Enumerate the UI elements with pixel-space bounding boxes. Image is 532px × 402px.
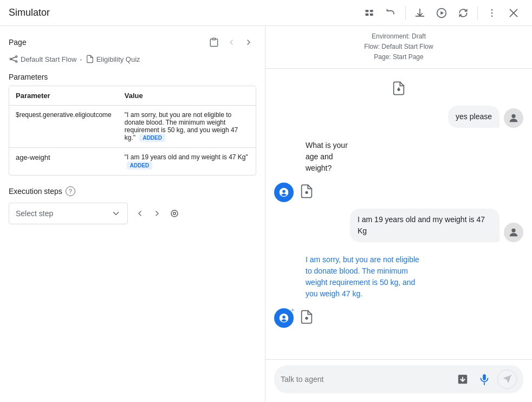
help-icon[interactable]: ? <box>66 186 75 196</box>
agent-avatar-ai: ✦ <box>274 308 294 328</box>
chat-input[interactable] <box>281 375 450 384</box>
step-next-icon <box>153 209 161 218</box>
undo-btn[interactable] <box>381 3 401 23</box>
step-select-placeholder: Select step <box>16 209 53 218</box>
right-panel: Environment: Draft Flow: Default Start F… <box>265 26 532 402</box>
doc-icon-agent-1 <box>298 183 315 200</box>
refresh-icon <box>458 8 469 18</box>
doc-icon-agent-ai <box>298 308 315 326</box>
more-icon <box>486 8 497 18</box>
param-value-text-1: "I am 19 years old and my weight is 47 K… <box>125 153 248 161</box>
close-btn[interactable] <box>504 3 523 23</box>
dropdown-arrow-icon <box>111 209 121 218</box>
message-row-user-1: yes please <box>274 106 523 128</box>
send-btn[interactable] <box>497 369 517 389</box>
page-info: Page: Start Page <box>274 52 523 62</box>
agent-ai-icon <box>278 312 290 324</box>
step-prev-icon <box>135 209 144 218</box>
clipboard-icon <box>209 37 219 47</box>
doc-icon-row-agent-1 <box>298 183 413 200</box>
fullscreen-btn[interactable] <box>167 206 182 221</box>
param-badge-1: ADDED <box>127 161 153 170</box>
chat-messages[interactable]: yes please What is your age and weight? <box>265 69 532 359</box>
svg-marker-5 <box>440 11 444 15</box>
menu-icon-btn[interactable] <box>360 3 379 23</box>
parameters-table: Parameter Value $request.generative.elig… <box>9 86 256 176</box>
message-row-agent-1: What is your age and weight? <box>274 134 523 202</box>
svg-rect-1 <box>370 10 373 12</box>
top-bar: Simulator <box>0 0 532 26</box>
step-select-dropdown[interactable]: Select step <box>9 203 128 224</box>
flow-icon <box>9 54 18 64</box>
microphone-btn[interactable] <box>476 371 493 388</box>
svg-point-8 <box>491 15 493 17</box>
svg-point-24 <box>306 317 308 319</box>
message-row-user-2: I am 19 years old and my weight is 47 Kg <box>274 209 523 242</box>
param-name-0: $request.generative.eligioutcome <box>9 106 118 148</box>
param-value-0: "I am sorry, but you are not eligible to… <box>118 106 256 148</box>
divider-2 <box>477 7 478 20</box>
svg-marker-30 <box>503 375 511 384</box>
svg-line-15 <box>11 57 16 59</box>
svg-rect-2 <box>366 13 369 15</box>
breadcrumb: Default Start Flow - Eligibility Quiz <box>9 54 256 64</box>
step-forward-btn[interactable] <box>150 206 165 221</box>
send-icon <box>502 374 512 384</box>
close-icon <box>508 8 519 18</box>
svg-point-6 <box>491 9 493 10</box>
message-row-agent-ai: ✦ I am sorry, but you are not eligible t… <box>274 249 523 328</box>
chat-input-area <box>265 359 532 402</box>
svg-point-17 <box>171 210 178 217</box>
breadcrumb-separator: - <box>80 55 82 63</box>
undo-icon <box>386 8 397 18</box>
execution-steps-label: Execution steps <box>9 187 62 196</box>
agent-message-1: What is your age and weight? <box>298 134 367 179</box>
chevron-left-icon <box>227 38 236 47</box>
page-back-btn[interactable] <box>224 35 239 50</box>
param-badge-0: ADDED <box>139 134 165 142</box>
env-info: Environment: Draft <box>274 31 523 42</box>
doc-icon-row-0 <box>274 80 523 97</box>
svg-point-23 <box>511 228 515 232</box>
step-nav <box>132 206 182 221</box>
user-message-text-2: I am 19 years old and my weight is 47 Kg <box>358 215 485 235</box>
breadcrumb-flow: Default Start Flow <box>9 54 76 64</box>
user-message-1: yes please <box>448 106 499 128</box>
clipboard-icon-btn[interactable] <box>206 35 222 50</box>
col-header-parameter: Parameter <box>9 86 118 106</box>
left-panel: Page <box>0 26 265 402</box>
table-row: $request.generative.eligioutcome "I am s… <box>9 106 256 148</box>
user-avatar-1 <box>504 108 523 128</box>
svg-rect-11 <box>212 38 216 40</box>
download-icon <box>414 8 425 18</box>
refresh-btn[interactable] <box>453 3 473 23</box>
breadcrumb-page: Eligibility Quiz <box>86 55 140 63</box>
svg-point-7 <box>491 12 493 14</box>
execution-controls: Select step <box>9 203 256 224</box>
page-label: Page <box>9 38 27 47</box>
import-icon <box>457 373 469 385</box>
user-message-2: I am 19 years old and my weight is 47 Kg <box>350 209 499 242</box>
doc-icon-row-agent-ai <box>298 308 523 326</box>
divider-1 <box>405 7 406 20</box>
fullscreen-icon <box>170 209 179 218</box>
svg-rect-0 <box>366 10 369 12</box>
page-forward-btn[interactable] <box>241 35 256 50</box>
toolbar-actions <box>360 3 523 23</box>
import-btn[interactable] <box>454 371 471 388</box>
help-icon-text: ? <box>69 188 72 194</box>
agent-message-text-1: What is your age and weight? <box>306 141 348 172</box>
download-btn[interactable] <box>410 3 430 23</box>
agent-ai-message-text: I am sorry, but you are not eligible to … <box>306 255 419 298</box>
play-btn[interactable] <box>432 3 451 23</box>
main-layout: Page <box>0 26 532 402</box>
more-btn[interactable] <box>482 3 502 23</box>
doc-icon-0 <box>390 80 407 97</box>
step-back-btn[interactable] <box>132 206 147 221</box>
execution-steps-header: Execution steps ? <box>9 186 256 196</box>
sparkle-icon: ✦ <box>290 307 295 313</box>
svg-line-16 <box>11 60 16 61</box>
app-title: Simulator <box>9 7 50 18</box>
menu-icon <box>364 8 375 18</box>
param-value-1: "I am 19 years old and my weight is 47 K… <box>118 148 256 175</box>
